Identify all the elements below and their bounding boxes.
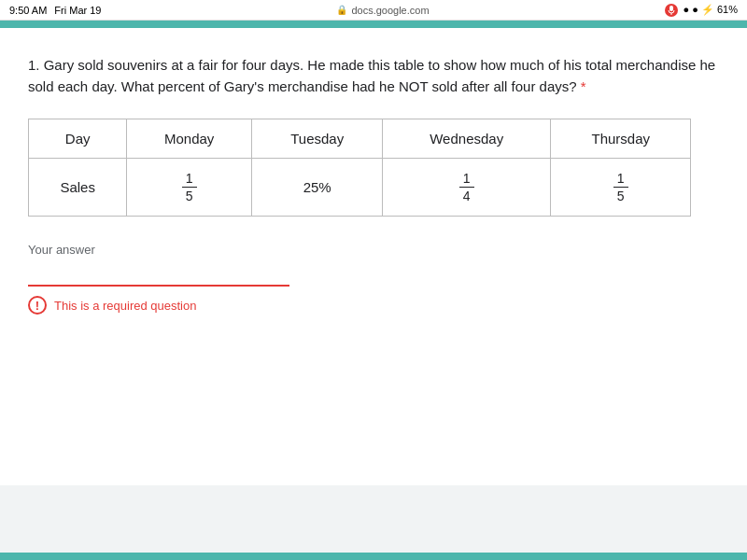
cell-monday: 1 5	[127, 158, 252, 217]
form-container: 1. Gary sold souvenirs at a fair for fou…	[0, 28, 747, 485]
url-text: docs.google.com	[351, 5, 429, 16]
svg-rect-0	[669, 6, 673, 11]
signal-icons: ● ● ⚡ 61%	[684, 4, 738, 16]
fraction-monday-den: 5	[182, 188, 197, 204]
error-icon: !	[28, 296, 47, 315]
col-monday: Monday	[127, 119, 252, 158]
col-wednesday: Wednesday	[383, 119, 551, 158]
status-right: ● ● ⚡ 61%	[665, 4, 738, 17]
fraction-wednesday-num: 1	[459, 171, 474, 189]
required-star: *	[581, 78, 586, 94]
fraction-wednesday: 1 4	[459, 171, 474, 205]
col-thursday: Thursday	[551, 119, 691, 158]
col-tuesday: Tuesday	[252, 119, 383, 158]
status-bar: 9:50 AM Fri Mar 19 🔒 docs.google.com ● ●…	[0, 0, 747, 21]
time-display: 9:50 AM	[9, 5, 47, 16]
error-text: This is a required question	[54, 299, 196, 313]
fraction-thursday: 1 5	[613, 171, 628, 205]
url-bar-inline: 🔒 docs.google.com	[336, 5, 429, 16]
lock-icon: 🔒	[336, 5, 347, 15]
cell-thursday: 1 5	[551, 158, 691, 217]
answer-input[interactable]	[28, 260, 289, 287]
fraction-thursday-den: 5	[613, 188, 628, 204]
sales-table: Day Monday Tuesday Wednesday Thursday Sa…	[28, 119, 691, 217]
cell-wednesday: 1 4	[383, 158, 551, 217]
date-display: Fri Mar 19	[54, 5, 101, 16]
answer-section: Your answer ! This is a required questio…	[28, 243, 719, 315]
table-sales-row: Sales 1 5 25% 1 4 1	[29, 158, 691, 217]
bottom-teal-bar	[0, 553, 747, 560]
cell-tuesday: 25%	[252, 158, 383, 217]
required-error: ! This is a required question	[28, 296, 719, 315]
mic-icon	[665, 4, 678, 17]
fraction-wednesday-den: 4	[459, 188, 474, 204]
fraction-thursday-num: 1	[613, 171, 628, 189]
fraction-monday-num: 1	[182, 171, 197, 189]
table-header-row: Day Monday Tuesday Wednesday Thursday	[29, 119, 691, 158]
question-text: 1. Gary sold souvenirs at a fair for fou…	[28, 54, 719, 98]
fraction-monday: 1 5	[182, 171, 197, 205]
question-body: Gary sold souvenirs at a fair for four d…	[28, 57, 715, 94]
status-left: 9:50 AM Fri Mar 19	[9, 5, 101, 16]
question-number: 1.	[28, 57, 40, 73]
top-teal-bar	[0, 21, 747, 28]
col-day: Day	[29, 119, 127, 158]
answer-label: Your answer	[28, 243, 719, 257]
row-label: Sales	[29, 158, 127, 217]
